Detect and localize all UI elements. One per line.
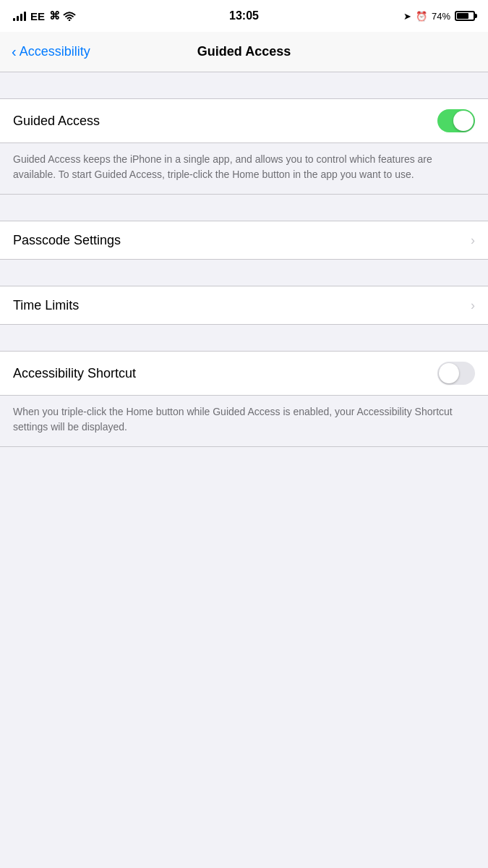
wifi-icon: ⌘ (49, 9, 76, 22)
time-limits-label: Time Limits (13, 298, 79, 313)
time-limits-chevron-icon: › (471, 298, 475, 313)
accessibility-shortcut-toggle-container (437, 362, 475, 385)
guided-access-description-box: Guided Access keeps the iPhone in a sing… (0, 143, 488, 195)
top-spacer (0, 72, 488, 98)
bottom-spacer (0, 447, 488, 664)
accessibility-shortcut-section: Accessibility Shortcut (0, 351, 488, 396)
spacer-1 (0, 195, 488, 221)
status-time: 13:05 (229, 9, 259, 22)
guided-access-label: Guided Access (13, 114, 100, 129)
back-button[interactable]: ‹ Accessibility (12, 44, 90, 59)
status-bar: EE ⌘ 13:05 ➤ ⏰ 74% (0, 0, 488, 32)
time-limits-chevron-container: › (471, 298, 475, 313)
guided-access-section: Guided Access (0, 98, 488, 143)
accessibility-shortcut-row: Accessibility Shortcut (0, 352, 488, 395)
accessibility-shortcut-toggle[interactable] (437, 362, 475, 385)
accessibility-shortcut-description-box: When you triple-click the Home button wh… (0, 396, 488, 447)
spacer-3 (0, 325, 488, 351)
back-chevron-icon: ‹ (12, 44, 17, 59)
time-limits-section: Time Limits › (0, 286, 488, 325)
battery-percent-label: 74% (432, 11, 450, 22)
accessibility-shortcut-toggle-knob (439, 363, 459, 383)
status-left: EE ⌘ (13, 9, 76, 22)
svg-point-0 (69, 20, 71, 21)
guided-access-row: Guided Access (0, 99, 488, 142)
battery-fill (457, 13, 468, 19)
passcode-chevron-icon: › (471, 233, 475, 248)
signal-bars-icon (13, 11, 26, 21)
toggle-knob (453, 111, 474, 131)
accessibility-shortcut-label: Accessibility Shortcut (13, 366, 136, 381)
location-icon: ➤ (403, 11, 411, 22)
passcode-settings-label: Passcode Settings (13, 233, 121, 248)
carrier-label: EE (30, 10, 45, 22)
passcode-settings-row[interactable]: Passcode Settings › (0, 221, 488, 259)
guided-access-description: Guided Access keeps the iPhone in a sing… (13, 152, 475, 182)
guided-access-toggle-container (437, 109, 475, 132)
passcode-chevron-container: › (471, 233, 475, 248)
battery-indicator (455, 11, 475, 21)
content-area: Guided Access Guided Access keeps the iP… (0, 72, 488, 664)
accessibility-shortcut-description: When you triple-click the Home button wh… (13, 404, 475, 435)
guided-access-toggle[interactable] (437, 109, 475, 132)
time-limits-row[interactable]: Time Limits › (0, 286, 488, 324)
status-right: ➤ ⏰ 74% (403, 11, 475, 22)
spacer-2 (0, 260, 488, 286)
passcode-settings-section: Passcode Settings › (0, 221, 488, 260)
back-label: Accessibility (20, 44, 90, 59)
page-title: Guided Access (197, 44, 291, 59)
alarm-icon: ⏰ (416, 11, 427, 22)
navigation-bar: ‹ Accessibility Guided Access (0, 32, 488, 72)
battery-icon (455, 11, 475, 21)
